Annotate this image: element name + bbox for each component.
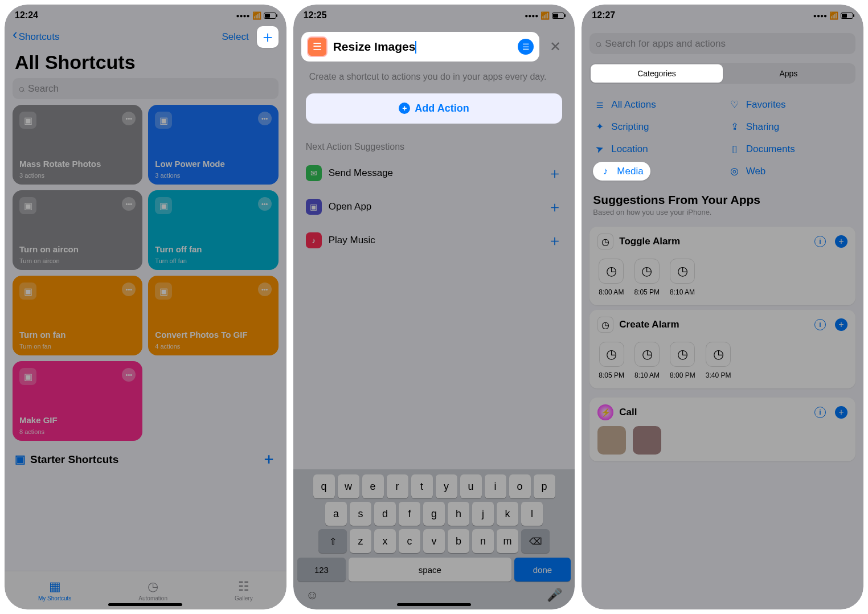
suggestion-card-call[interactable]: Call i + — [589, 398, 855, 461]
more-button[interactable]: ••• — [122, 112, 136, 125]
key-done[interactable]: done — [514, 558, 571, 582]
back-button[interactable]: Shortcuts — [13, 31, 59, 43]
segment-categories[interactable]: Categories — [591, 64, 722, 83]
shortcut-card[interactable]: ▣ ••• Convert Photos To GIF 4 actions — [148, 276, 278, 355]
key-j[interactable]: j — [472, 502, 494, 526]
new-shortcut-button[interactable]: ＋ — [257, 26, 279, 48]
add-button[interactable]: + — [835, 235, 847, 248]
add-button[interactable]: + — [835, 406, 847, 419]
emoji-key[interactable]: ☺ — [306, 588, 318, 603]
tab-automation[interactable]: ◷Automation — [138, 579, 167, 601]
more-button[interactable]: ••• — [122, 283, 136, 296]
key-a[interactable]: a — [325, 502, 347, 526]
shortcut-icon[interactable] — [307, 36, 327, 57]
key-k[interactable]: k — [497, 502, 518, 526]
tab-gallery[interactable]: ☷Gallery — [235, 579, 253, 601]
key-c[interactable]: c — [399, 529, 420, 553]
add-button[interactable]: + — [835, 318, 847, 331]
search-input[interactable]: Search — [13, 78, 279, 99]
key-g[interactable]: g — [423, 502, 445, 526]
category-favorites[interactable]: Favorites — [728, 95, 852, 114]
alarm-chip[interactable]: ◷8:05 PM — [634, 259, 660, 296]
mic-key[interactable]: 🎤 — [547, 588, 562, 603]
close-button[interactable]: ✕ — [544, 39, 567, 55]
info-button[interactable]: i — [814, 236, 826, 247]
settings-button[interactable]: ☰ — [518, 39, 534, 55]
segment-apps[interactable]: Apps — [723, 64, 854, 83]
key-m[interactable]: m — [497, 529, 518, 553]
key-h[interactable]: h — [448, 502, 469, 526]
alarm-chip[interactable]: ◷3:40 PM — [706, 342, 731, 379]
key-b[interactable]: b — [448, 529, 469, 553]
category-media[interactable]: Media — [593, 162, 650, 181]
add-action-button[interactable]: + Add Action — [306, 93, 563, 124]
add-suggestion-button[interactable]: ＋ — [547, 163, 562, 183]
suggestion-row[interactable]: ▣Open App＋ — [293, 190, 575, 224]
add-suggestion-button[interactable]: ＋ — [547, 231, 562, 251]
key-shift[interactable]: ⇧ — [318, 529, 347, 553]
plus-icon[interactable]: ＋ — [261, 449, 276, 469]
more-button[interactable]: ••• — [122, 197, 136, 211]
avatar[interactable] — [633, 426, 661, 455]
alarm-chip[interactable]: ◷8:00 PM — [670, 342, 695, 379]
folder-row[interactable]: ▣Starter Shortcuts ＋ — [5, 441, 286, 477]
category-web[interactable]: Web — [728, 162, 852, 181]
key-d[interactable]: d — [374, 502, 396, 526]
alarm-chip[interactable]: ◷8:05 PM — [599, 342, 624, 379]
shortcut-card[interactable]: ▣ ••• Turn off fan Turn off fan — [148, 190, 278, 270]
info-button[interactable]: i — [814, 319, 826, 330]
key-n[interactable]: n — [472, 529, 494, 553]
key-z[interactable]: z — [350, 529, 371, 553]
key-w[interactable]: w — [338, 474, 359, 498]
select-button[interactable]: Select — [222, 31, 248, 43]
key-p[interactable]: p — [534, 474, 555, 498]
suggestion-row[interactable]: ✉Send Message＋ — [293, 157, 575, 190]
category-sharing[interactable]: Sharing — [728, 117, 852, 136]
home-indicator[interactable] — [397, 603, 471, 606]
more-button[interactable]: ••• — [122, 368, 136, 382]
key-backspace[interactable]: ⌫ — [521, 529, 550, 553]
add-suggestion-button[interactable]: ＋ — [547, 197, 562, 217]
key-i[interactable]: i — [485, 474, 506, 498]
shortcut-card[interactable]: ▣ ••• Low Power Mode 3 actions — [148, 105, 278, 185]
suggestion-row[interactable]: ♪Play Music＋ — [293, 224, 575, 257]
key-f[interactable]: f — [399, 502, 420, 526]
category-scripting[interactable]: Scripting — [593, 117, 717, 136]
key-r[interactable]: r — [387, 474, 408, 498]
shortcut-card[interactable]: ▣ ••• Turn on fan Turn on fan — [13, 276, 142, 355]
more-button[interactable]: ••• — [258, 112, 272, 125]
shortcut-name-input[interactable]: Resize Images — [333, 40, 513, 54]
category-location[interactable]: Location — [593, 140, 717, 158]
search-input[interactable]: Search for apps and actions — [589, 33, 855, 54]
avatar[interactable] — [597, 426, 626, 455]
shortcut-card[interactable]: ▣ ••• Turn on aircon Turn on aircon — [13, 190, 142, 270]
key-123[interactable]: 123 — [297, 558, 346, 582]
clock-icon: ◷ — [706, 342, 731, 367]
key-q[interactable]: q — [313, 474, 335, 498]
key-o[interactable]: o — [509, 474, 531, 498]
key-e[interactable]: e — [362, 474, 384, 498]
clock-icon: ◷ — [148, 579, 158, 594]
key-s[interactable]: s — [350, 502, 371, 526]
key-v[interactable]: v — [423, 529, 445, 553]
key-l[interactable]: l — [521, 502, 543, 526]
key-u[interactable]: u — [460, 474, 482, 498]
suggestion-card[interactable]: ◷Create Alarmi+◷8:05 PM◷8:10 AM◷8:00 PM◷… — [589, 310, 855, 388]
more-button[interactable]: ••• — [258, 197, 272, 211]
more-button[interactable]: ••• — [258, 283, 272, 296]
category-all-actions[interactable]: All Actions — [593, 95, 717, 114]
home-indicator[interactable] — [108, 603, 182, 606]
alarm-chip[interactable]: ◷8:10 AM — [634, 342, 660, 379]
key-y[interactable]: y — [436, 474, 457, 498]
suggestion-card[interactable]: ◷Toggle Alarmi+◷8:00 AM◷8:05 PM◷8:10 AM — [589, 227, 855, 305]
key-space[interactable]: space — [349, 558, 511, 582]
key-x[interactable]: x — [374, 529, 396, 553]
key-t[interactable]: t — [411, 474, 433, 498]
info-button[interactable]: i — [814, 407, 826, 418]
shortcut-card[interactable]: ▣ ••• Mass Rotate Photos 3 actions — [13, 105, 142, 185]
category-documents[interactable]: Documents — [728, 140, 852, 158]
alarm-chip[interactable]: ◷8:10 AM — [670, 259, 695, 296]
shortcut-card[interactable]: ▣ ••• Make GIF 8 actions — [13, 361, 142, 441]
alarm-chip[interactable]: ◷8:00 AM — [599, 259, 624, 296]
tab-my-shortcuts[interactable]: ▦My Shortcuts — [38, 579, 71, 601]
